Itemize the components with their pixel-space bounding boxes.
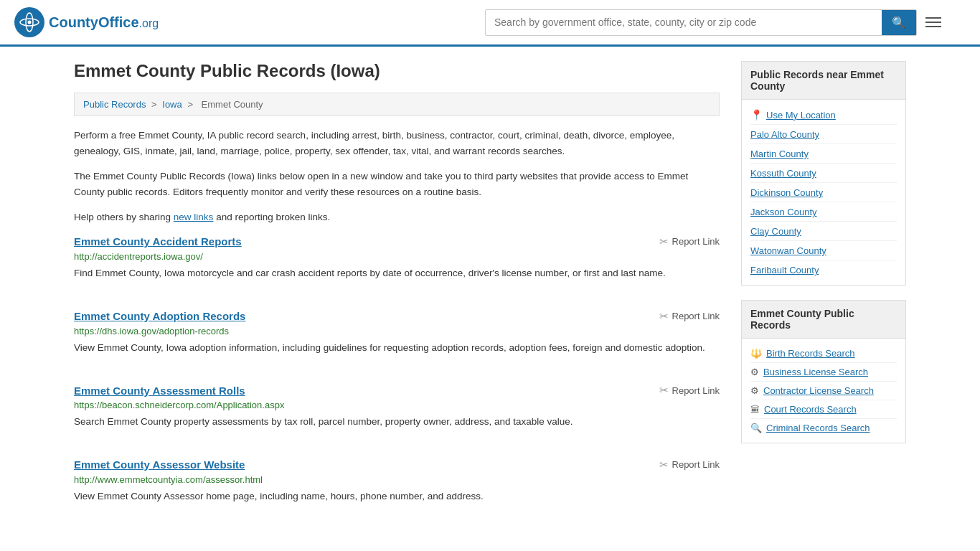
report-icon: ✂ bbox=[659, 310, 669, 323]
county-link[interactable]: Clay County bbox=[750, 226, 801, 237]
breadcrumb-iowa[interactable]: Iowa bbox=[162, 99, 182, 110]
county-link[interactable]: Dickinson County bbox=[750, 187, 823, 198]
search-button[interactable]: 🔍 bbox=[882, 10, 916, 35]
logo-icon bbox=[14, 7, 44, 37]
contractor-icon: ⚙ bbox=[750, 385, 759, 396]
search-box: 🔍 bbox=[485, 9, 917, 36]
intro-paragraph-3: Help others by sharing new links and rep… bbox=[74, 209, 720, 225]
report-icon: ✂ bbox=[659, 235, 669, 248]
record-header: Emmet County Assessment Rolls ✂ Report L… bbox=[74, 384, 720, 397]
county-link[interactable]: Martin County bbox=[750, 149, 809, 159]
records-section: Emmet County Public Records 🔱 Birth Reco… bbox=[741, 300, 906, 443]
page-title: Emmet County Public Records (Iowa) bbox=[74, 61, 720, 81]
report-link-btn[interactable]: ✂ Report Link bbox=[659, 235, 720, 248]
birth-records-link[interactable]: Birth Records Search bbox=[766, 348, 855, 359]
record-desc: Search Emmet County property assessments… bbox=[74, 414, 720, 430]
record-title[interactable]: Emmet County Assessment Rolls bbox=[74, 385, 245, 397]
search-input[interactable] bbox=[486, 10, 882, 35]
menu-line bbox=[925, 17, 941, 19]
svg-point-3 bbox=[28, 21, 32, 24]
record-title[interactable]: Emmet County Adoption Records bbox=[74, 310, 245, 322]
court-records-link[interactable]: Court Records Search bbox=[764, 404, 857, 415]
list-item[interactable]: 🔱 Birth Records Search bbox=[750, 344, 897, 363]
record-title[interactable]: Emmet County Assessor Website bbox=[74, 458, 245, 471]
nearby-section: Public Records near Emmet County 📍 Use M… bbox=[741, 61, 906, 286]
breadcrumb-sep1: > bbox=[151, 99, 157, 110]
record-item: Emmet County Assessor Website ✂ Report L… bbox=[74, 458, 720, 512]
list-item[interactable]: ⚙ Contractor License Search bbox=[750, 382, 897, 400]
list-item[interactable]: ⚙ Business License Search bbox=[750, 363, 897, 382]
sidebar: Public Records near Emmet County 📍 Use M… bbox=[741, 61, 906, 532]
site-header: CountyOffice.org 🔍 bbox=[0, 0, 980, 47]
business-license-link[interactable]: Business License Search bbox=[763, 367, 868, 377]
report-icon: ✂ bbox=[659, 384, 669, 397]
list-item[interactable]: Martin County bbox=[750, 144, 897, 164]
criminal-records-link[interactable]: Criminal Records Search bbox=[766, 423, 870, 433]
county-link[interactable]: Faribault County bbox=[750, 265, 819, 276]
birth-icon: 🔱 bbox=[750, 348, 762, 359]
list-item[interactable]: Palo Alto County bbox=[750, 125, 897, 144]
list-item[interactable]: 🔍 Criminal Records Search bbox=[750, 419, 897, 437]
record-url[interactable]: https://beacon.schneidercorp.com/Applica… bbox=[74, 400, 720, 410]
breadcrumb-current: Emmet County bbox=[202, 99, 263, 110]
location-icon: 📍 bbox=[750, 109, 763, 121]
menu-line bbox=[925, 22, 941, 23]
court-icon: 🏛 bbox=[750, 404, 760, 415]
county-link[interactable]: Watonwan County bbox=[750, 245, 826, 256]
list-item[interactable]: Kossuth County bbox=[750, 164, 897, 183]
report-icon: ✂ bbox=[659, 458, 669, 471]
breadcrumb: Public Records > Iowa > Emmet County bbox=[74, 93, 720, 116]
use-my-location-item[interactable]: 📍 Use My Location bbox=[750, 105, 897, 125]
records-list: 🔱 Birth Records Search ⚙ Business Licens… bbox=[742, 339, 905, 443]
report-link-btn[interactable]: ✂ Report Link bbox=[659, 310, 720, 323]
record-header: Emmet County Accident Reports ✂ Report L… bbox=[74, 235, 720, 248]
record-item: Emmet County Assessment Rolls ✂ Report L… bbox=[74, 384, 720, 437]
new-links-link[interactable]: new links bbox=[174, 212, 214, 222]
county-link[interactable]: Jackson County bbox=[750, 207, 817, 217]
record-url[interactable]: http://www.emmetcountyia.com/assessor.ht… bbox=[74, 474, 720, 485]
record-desc: View Emmet County Assessor home page, in… bbox=[74, 489, 720, 504]
report-link-btn[interactable]: ✂ Report Link bbox=[659, 458, 720, 471]
record-desc: Find Emmet County, Iowa motorcycle and c… bbox=[74, 265, 720, 281]
record-item: Emmet County Adoption Records ✂ Report L… bbox=[74, 310, 720, 363]
contractor-license-link[interactable]: Contractor License Search bbox=[763, 385, 874, 396]
list-item[interactable]: Dickinson County bbox=[750, 183, 897, 202]
business-icon: ⚙ bbox=[750, 367, 759, 377]
logo-text: CountyOffice.org bbox=[49, 14, 159, 31]
county-link[interactable]: Kossuth County bbox=[750, 168, 816, 179]
list-item[interactable]: Jackson County bbox=[750, 202, 897, 222]
records-section-title: Emmet County Public Records bbox=[742, 301, 905, 339]
list-item[interactable]: 🏛 Court Records Search bbox=[750, 400, 897, 419]
record-url[interactable]: http://accidentreports.iowa.gov/ bbox=[74, 251, 720, 262]
menu-line bbox=[925, 26, 941, 27]
nearby-list: 📍 Use My Location Palo Alto County Marti… bbox=[742, 100, 905, 285]
report-link-btn[interactable]: ✂ Report Link bbox=[659, 384, 720, 397]
intro-paragraph-1: Perform a free Emmet County, IA public r… bbox=[74, 128, 720, 159]
record-desc: View Emmet County, Iowa adoption informa… bbox=[74, 340, 720, 356]
intro-paragraph-2: The Emmet County Public Records (Iowa) l… bbox=[74, 169, 720, 199]
use-my-location-link[interactable]: Use My Location bbox=[766, 110, 836, 121]
logo[interactable]: CountyOffice.org bbox=[14, 7, 159, 37]
breadcrumb-public-records[interactable]: Public Records bbox=[83, 99, 146, 110]
list-item[interactable]: Faribault County bbox=[750, 260, 897, 279]
breadcrumb-sep2: > bbox=[187, 99, 193, 110]
content-wrapper: Emmet County Public Records (Iowa) Publi… bbox=[60, 47, 920, 547]
list-item[interactable]: Watonwan County bbox=[750, 241, 897, 260]
search-area: 🔍 bbox=[485, 9, 944, 36]
record-item: Emmet County Accident Reports ✂ Report L… bbox=[74, 235, 720, 288]
nearby-title: Public Records near Emmet County bbox=[742, 62, 905, 100]
record-header: Emmet County Assessor Website ✂ Report L… bbox=[74, 458, 720, 471]
record-title[interactable]: Emmet County Accident Reports bbox=[74, 235, 242, 248]
main-content: Emmet County Public Records (Iowa) Publi… bbox=[74, 61, 720, 532]
criminal-icon: 🔍 bbox=[750, 423, 762, 433]
county-link[interactable]: Palo Alto County bbox=[750, 129, 819, 140]
record-header: Emmet County Adoption Records ✂ Report L… bbox=[74, 310, 720, 323]
record-url[interactable]: https://dhs.iowa.gov/adoption-records bbox=[74, 326, 720, 336]
list-item[interactable]: Clay County bbox=[750, 222, 897, 241]
menu-button[interactable] bbox=[923, 14, 944, 30]
